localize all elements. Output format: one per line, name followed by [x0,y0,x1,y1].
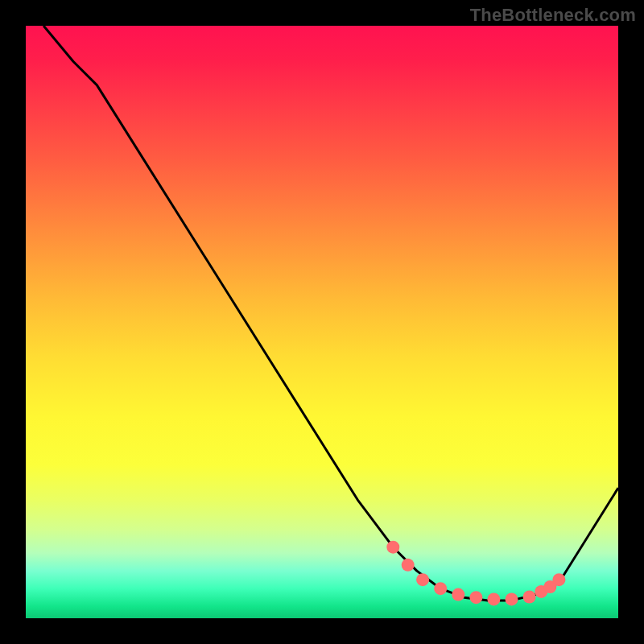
chart-svg [26,26,618,618]
watermark-text: TheBottleneck.com [470,5,636,26]
data-point [523,591,536,604]
data-point [506,592,518,605]
curve-layer [43,26,618,601]
data-point [416,573,429,586]
data-point [434,582,447,595]
chart-frame: TheBottleneck.com [0,0,644,644]
data-point [552,573,565,586]
series-curve [43,26,618,601]
data-point [487,592,500,605]
plot-area [26,26,618,618]
marker-layer [386,541,565,606]
data-point [452,588,464,601]
data-point [469,591,482,604]
data-point [386,541,399,554]
data-point [402,559,415,572]
